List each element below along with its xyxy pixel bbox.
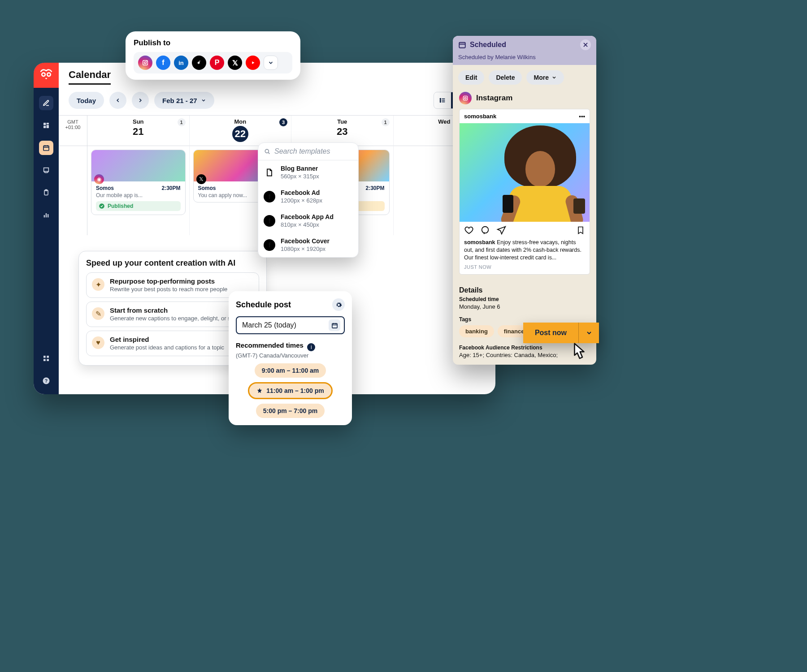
template-item[interactable]: f Facebook Ad1200px × 628px <box>258 185 358 209</box>
facebook-icon: f <box>264 215 275 227</box>
network-selector[interactable]: f in P 𝕏 <box>134 52 292 73</box>
tag[interactable]: banking <box>459 325 494 337</box>
svg-point-22 <box>440 101 441 102</box>
calendar-icon <box>329 319 340 331</box>
comment-icon[interactable] <box>480 225 490 235</box>
close-icon[interactable] <box>580 39 591 50</box>
calendar-icon <box>458 41 466 49</box>
wand-icon: ✦ <box>92 278 104 291</box>
time-slot-best[interactable]: 11:00 am – 1:00 pm <box>248 382 332 399</box>
post-time: JUST NOW <box>460 264 590 274</box>
brand-logo[interactable] <box>34 63 59 88</box>
post-detail-panel: Scheduled Scheduled by Melanie Wilkins E… <box>453 36 596 365</box>
rec-times-label: Recommended times <box>236 341 304 349</box>
template-item[interactable]: Blog Banner560px × 315px <box>258 160 358 185</box>
post-card[interactable]: ◉ Somos2:30PM Our mobile app is... Publi… <box>91 150 186 215</box>
svg-rect-32 <box>332 323 337 328</box>
instagram-icon[interactable] <box>138 56 152 70</box>
date-range-label: Feb 21 - 27 <box>162 97 197 104</box>
timezone-label: GMT +01:00 <box>59 116 87 146</box>
date-range-picker[interactable]: Feb 21 - 27 <box>154 92 214 109</box>
svg-point-29 <box>144 62 147 64</box>
instagram-icon: ◉ <box>94 174 104 184</box>
svg-point-30 <box>146 61 147 62</box>
search-icon <box>264 148 271 155</box>
svg-point-2 <box>43 73 45 76</box>
svg-rect-8 <box>43 146 49 151</box>
x-icon: 𝕏 <box>196 174 206 184</box>
star-icon <box>256 388 263 394</box>
publish-to-popover: Publish to f in P 𝕏 <box>126 31 300 80</box>
apps-icon[interactable] <box>39 351 53 366</box>
time-slot[interactable]: 9:00 am – 11:00 am <box>255 363 326 378</box>
compose-icon[interactable] <box>39 96 53 110</box>
day-header-sun[interactable]: Sun211 <box>87 116 190 146</box>
bulb-icon: ♥ <box>92 336 104 349</box>
svg-point-21 <box>440 100 441 101</box>
post-image <box>460 123 590 222</box>
share-icon[interactable] <box>496 225 506 235</box>
gear-icon[interactable] <box>332 298 345 311</box>
publish-title: Publish to <box>134 39 292 47</box>
left-rail: ? <box>34 63 59 394</box>
cursor-icon <box>567 340 592 365</box>
schedule-panel: Schedule post March 25 (today) Recommend… <box>229 291 352 425</box>
prev-button[interactable] <box>109 92 126 109</box>
inbox-icon[interactable] <box>39 163 53 177</box>
date-input[interactable]: March 25 (today) <box>236 316 345 334</box>
template-item[interactable]: f Facebook App Ad810px × 450px <box>258 209 358 233</box>
x-icon[interactable]: 𝕏 <box>228 56 242 70</box>
bookmark-icon[interactable] <box>576 226 585 235</box>
template-item[interactable]: f Facebook Cover1080px × 1920px <box>258 233 358 257</box>
svg-rect-6 <box>43 126 46 128</box>
gutter-cell <box>59 146 87 235</box>
more-button[interactable]: More <box>526 70 564 85</box>
calendar-toolbar: Today Feb 21 - 27 <box>59 87 495 115</box>
post-preview: somosbank••• somosbank Enjoy stress-free… <box>459 109 590 275</box>
dashboard-icon[interactable] <box>39 118 53 133</box>
help-icon[interactable]: ? <box>39 374 53 388</box>
detail-header: Scheduled <box>453 36 596 54</box>
facebook-icon: f <box>264 191 275 202</box>
analytics-icon[interactable] <box>39 208 53 222</box>
facebook-icon[interactable]: f <box>156 56 170 70</box>
tiktok-icon[interactable] <box>192 56 206 70</box>
account-name[interactable]: somosbank <box>464 113 496 120</box>
status-published: Published <box>96 201 181 211</box>
delete-button[interactable]: Delete <box>489 70 522 85</box>
next-button[interactable] <box>132 92 149 109</box>
day-header-tue[interactable]: Tue231 <box>291 116 394 146</box>
detail-network: Instagram <box>453 90 596 109</box>
pinterest-icon[interactable]: P <box>210 56 224 70</box>
day-header-mon[interactable]: Mon223 <box>190 116 292 146</box>
time-slot[interactable]: 5:00 pm – 7:00 pm <box>256 404 325 418</box>
svg-rect-17 <box>47 359 49 361</box>
schedule-title: Schedule post <box>236 300 291 310</box>
youtube-icon[interactable] <box>246 56 260 70</box>
chevron-down-icon[interactable] <box>264 56 278 70</box>
cell-sun[interactable]: ◉ Somos2:30PM Our mobile app is... Publi… <box>87 146 190 235</box>
linkedin-icon[interactable]: in <box>174 56 188 70</box>
template-search[interactable]: Search templates <box>258 143 358 160</box>
view-list-icon[interactable] <box>434 92 451 108</box>
detail-actions: Edit Delete More <box>453 65 596 90</box>
heart-icon[interactable] <box>464 225 474 235</box>
document-icon <box>264 167 275 178</box>
ai-title: Speed up your content creation with AI <box>86 258 259 268</box>
svg-point-31 <box>265 149 269 153</box>
svg-rect-16 <box>43 359 46 361</box>
svg-rect-14 <box>43 356 46 358</box>
svg-rect-5 <box>47 123 49 125</box>
svg-rect-33 <box>459 43 465 48</box>
more-icon[interactable]: ••• <box>579 113 585 120</box>
edit-button[interactable]: Edit <box>458 70 484 85</box>
svg-rect-34 <box>463 96 467 100</box>
today-button[interactable]: Today <box>69 92 104 109</box>
page-title: Calendar <box>69 69 111 85</box>
svg-point-36 <box>482 227 489 233</box>
calendar-icon[interactable] <box>39 141 53 155</box>
info-icon[interactable]: i <box>307 343 315 351</box>
clipboard-icon[interactable] <box>39 185 53 200</box>
svg-point-3 <box>48 73 50 76</box>
facebook-icon: f <box>264 239 275 251</box>
